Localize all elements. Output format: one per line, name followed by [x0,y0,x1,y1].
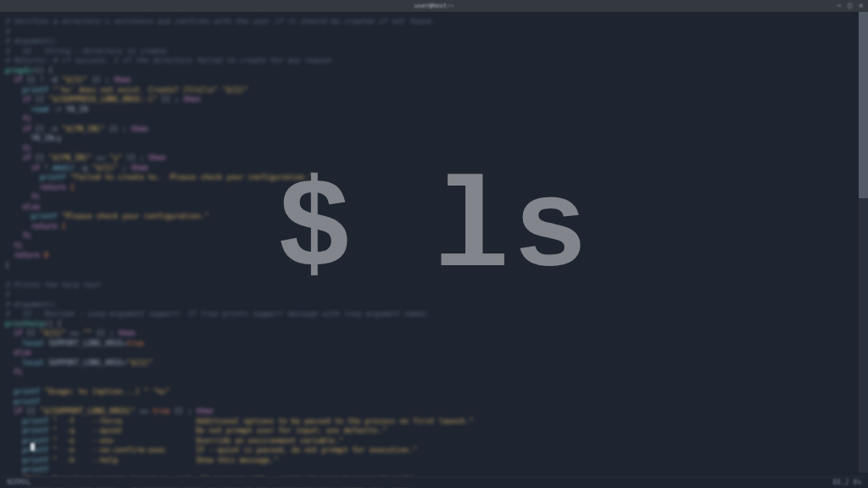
statusbar: NORMAL 88,2 8% [0,476,868,488]
statusbar-position: 88,2 8% [832,479,861,486]
statusbar-mode: NORMAL [7,479,31,486]
text-cursor [31,443,35,451]
window-controls[interactable]: — ▢ ✕ [837,2,863,9]
scrollbar-thumb[interactable] [859,12,868,198]
minimize-icon[interactable]: — [837,2,842,9]
window-title: user@host:~ [415,3,453,9]
scrollbar-track[interactable] [859,12,868,473]
editor-viewport[interactable]: # Verifies a directory's existence and c… [0,12,868,488]
source-code: # Verifies a directory's existence and c… [5,17,851,488]
titlebar: user@host:~ — ▢ ✕ [0,0,868,12]
maximize-icon[interactable]: ▢ [848,2,852,9]
close-icon[interactable]: ✕ [859,2,863,9]
